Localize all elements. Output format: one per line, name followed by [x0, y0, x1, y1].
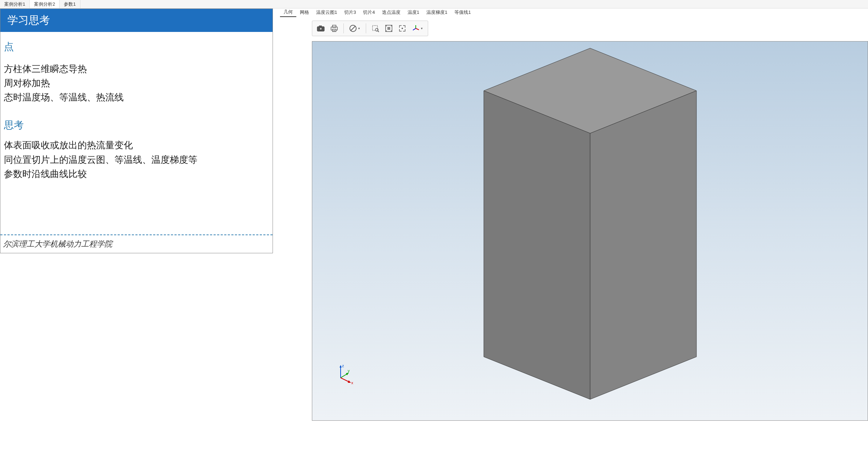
tab-parameters-1[interactable]: 参数1 [60, 0, 80, 8]
svg-line-13 [378, 31, 379, 32]
zoom-full-icon [398, 24, 407, 33]
svg-marker-21 [484, 91, 590, 399]
axis-icon [412, 24, 420, 32]
section-2-title: 思考 [4, 117, 269, 133]
svg-rect-11 [373, 26, 377, 31]
axis-indicator: z y x [334, 364, 355, 385]
view-tab-point-temp[interactable]: 迭点温度 [379, 8, 404, 17]
denied-icon [349, 24, 357, 32]
view-tab-temp-cloud-1[interactable]: 温度云图1 [313, 8, 341, 17]
panel-title: 学习思考 [0, 9, 273, 32]
view-tab-slice-3[interactable]: 切片3 [341, 8, 359, 17]
section-1-title: 点 [4, 39, 269, 55]
tab-case-analysis-1[interactable]: 案例分析1 [0, 0, 30, 8]
3d-viewport[interactable]: z y x [312, 41, 868, 421]
svg-line-29 [341, 378, 349, 382]
view-tab-temp-1[interactable]: 温度1 [404, 8, 423, 17]
zoom-extents-icon [385, 24, 393, 33]
camera-icon [317, 25, 325, 32]
zoom-to-selection-button[interactable] [397, 23, 408, 34]
svg-line-10 [351, 26, 355, 31]
view-tab-isoline-1[interactable]: 等值线1 [451, 8, 474, 17]
panel-footer: 尔滨理工大学机械动力工程学院 [0, 234, 273, 253]
cuboid-geometry [480, 45, 700, 403]
top-tab-bar: 案例分析1 案例分析2 参数1 [0, 0, 868, 9]
zoom-box-icon [371, 24, 380, 33]
chevron-down-icon: ▼ [420, 27, 423, 30]
zoom-extents-button[interactable] [383, 23, 394, 34]
svg-line-18 [416, 28, 419, 30]
print-button[interactable] [329, 23, 340, 34]
content-line: 参数时沿线曲线比较 [4, 167, 269, 181]
svg-marker-22 [590, 91, 696, 399]
panel-content: 点 方柱体三维瞬态导热 周对称加热 态时温度场、等温线、热流线 思考 体表面吸收… [0, 32, 273, 188]
snapshot-button[interactable] [315, 23, 326, 34]
view-tab-geometry[interactable]: 几何 [280, 8, 296, 17]
svg-text:y: y [348, 369, 350, 373]
print-icon [330, 24, 338, 32]
svg-text:x: x [351, 381, 353, 385]
zoom-box-button[interactable] [370, 23, 381, 34]
svg-point-3 [320, 28, 321, 29]
chevron-down-icon: ▼ [358, 27, 360, 30]
content-line: 同位置切片上的温度云图、等温线、温度梯度等 [4, 153, 269, 167]
study-panel: 学习思考 点 方柱体三维瞬态导热 周对称加热 态时温度场、等温线、热流线 思考 … [0, 9, 273, 253]
svg-marker-24 [340, 365, 342, 368]
svg-rect-1 [319, 26, 322, 27]
svg-point-16 [402, 28, 403, 29]
view-tab-mesh[interactable]: 网格 [296, 8, 313, 17]
view-orientation-button[interactable]: ▼ [410, 23, 425, 34]
scene-light-button[interactable]: ▼ [347, 23, 362, 34]
right-section: 几何 网格 温度云图1 切片3 切片4 迭点温度 温度1 温度梯度1 等值线1 [276, 9, 868, 453]
view-tab-slice-4[interactable]: 切片4 [359, 8, 378, 17]
svg-point-12 [375, 28, 378, 31]
view-tab-bar: 几何 网格 温度云图1 切片3 切片4 迭点温度 温度1 温度梯度1 等值线1 [276, 9, 868, 17]
view-tab-temp-gradient-1[interactable]: 温度梯度1 [423, 8, 451, 17]
content-line: 方柱体三维瞬态导热 [4, 62, 269, 76]
svg-rect-15 [387, 27, 390, 30]
content-line: 态时温度场、等温线、热流线 [4, 90, 269, 105]
tab-case-analysis-2[interactable]: 案例分析2 [30, 0, 60, 8]
content-line: 周对称加热 [4, 76, 269, 90]
svg-line-19 [413, 28, 416, 30]
content-line: 体表面吸收或放出的热流量变化 [4, 138, 269, 153]
viewport-toolbar: ▼ [312, 21, 428, 36]
svg-text:z: z [342, 364, 344, 368]
